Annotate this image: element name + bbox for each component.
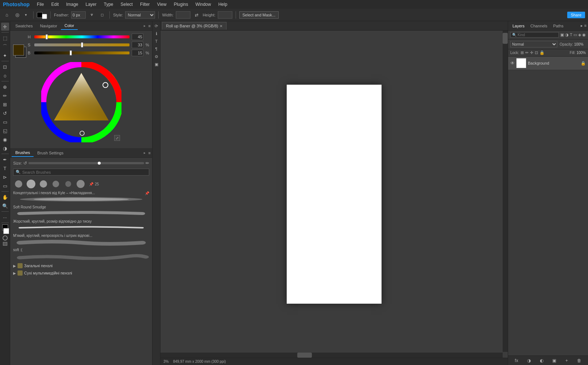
brush-folder-2[interactable]: ▶ Сухі мультимедійні пензлі: [13, 269, 149, 277]
brush-edit-icon[interactable]: ✏: [146, 161, 149, 166]
brushes-panel-menu[interactable]: ≡: [148, 151, 151, 155]
menu-view[interactable]: View: [156, 1, 168, 8]
brush-item-2[interactable]: Soft Round Smudge: [13, 205, 149, 217]
saturation-slider[interactable]: [34, 43, 129, 46]
filter-shape-icon[interactable]: ▭: [573, 32, 577, 37]
color-wheel[interactable]: ⤢: [41, 62, 121, 142]
lock-transparent-icon[interactable]: ⊞: [521, 50, 524, 55]
side-paragraph-icon[interactable]: ¶: [153, 46, 160, 52]
width-input[interactable]: [176, 11, 190, 19]
filter-pixel-icon[interactable]: ▣: [560, 32, 564, 37]
color-wheel-expand[interactable]: ⤢: [114, 135, 120, 141]
side-info-icon[interactable]: ℹ: [153, 30, 160, 37]
stamp-tool[interactable]: ⊞: [1, 100, 9, 108]
tab-color[interactable]: Color: [61, 22, 78, 30]
brush-preset-3[interactable]: [38, 178, 49, 189]
marquee-dropdown-icon[interactable]: ▼: [22, 11, 30, 19]
menu-select[interactable]: Select: [119, 1, 134, 8]
height-input[interactable]: [218, 11, 232, 19]
side-text-icon[interactable]: T: [153, 38, 160, 45]
brush-reset-icon[interactable]: ↺: [23, 161, 27, 166]
move-tool[interactable]: ✛: [1, 23, 9, 31]
brush-preset-pin[interactable]: 📌: [89, 182, 93, 186]
brightness-thumb[interactable]: [70, 50, 72, 55]
group-icon[interactable]: ▣: [552, 358, 556, 363]
menu-file[interactable]: File: [35, 1, 45, 8]
lock-all-icon[interactable]: 🔒: [539, 50, 545, 55]
lock-paint-icon[interactable]: ✏: [525, 50, 529, 55]
brush-preset-1[interactable]: [13, 178, 24, 189]
brush-pin-1[interactable]: 📌: [145, 191, 149, 195]
dodge-tool[interactable]: ◑: [1, 144, 9, 152]
eraser-tool[interactable]: ▭: [1, 118, 9, 126]
pen-tool[interactable]: ✒: [1, 155, 9, 164]
feather-icon[interactable]: ⛛: [88, 11, 96, 19]
brush-preset-5[interactable]: [63, 178, 74, 189]
select-mask-button[interactable]: Select and Mask...: [239, 11, 279, 19]
layer-visibility-icon[interactable]: 👁: [510, 61, 515, 66]
layers-panel-menu[interactable]: ≡: [584, 23, 587, 28]
share-button[interactable]: Share: [567, 12, 585, 18]
mask-icon[interactable]: ◑: [527, 358, 531, 363]
heal-tool[interactable]: ⊕: [1, 83, 9, 91]
menu-help[interactable]: Help: [217, 1, 229, 8]
brush-preset-4[interactable]: [50, 178, 61, 189]
filter-smart-icon[interactable]: ◈: [578, 32, 581, 37]
side-mask-icon[interactable]: ▣: [153, 61, 160, 68]
side-rotate-icon[interactable]: ⟳: [153, 23, 160, 29]
marquee-tool[interactable]: ⬚: [1, 34, 9, 42]
brush-size-slider[interactable]: [28, 162, 144, 164]
tab-channels[interactable]: Channels: [527, 22, 550, 30]
layers-panel-collapse[interactable]: ▸: [581, 23, 583, 28]
fill-value[interactable]: 100%: [576, 51, 586, 55]
brush-item-4[interactable]: М'який, круглий, непрозорість і штрих ві…: [13, 234, 149, 246]
brightness-input[interactable]: [132, 50, 143, 56]
canvas-tab-1[interactable]: Roll up Baner @ 3% (RGB/8) ✕: [162, 22, 227, 30]
tab-layers[interactable]: Layers: [510, 22, 527, 30]
blend-mode-select[interactable]: Normal: [510, 41, 557, 47]
menu-filter[interactable]: Filter: [139, 1, 151, 8]
lasso-tool[interactable]: ⌒: [1, 43, 9, 51]
menu-plugins[interactable]: Plugins: [172, 1, 189, 8]
tab-paths[interactable]: Paths: [550, 22, 566, 30]
canvas-scrollbar-vertical[interactable]: [503, 31, 508, 352]
brush-tool[interactable]: ✏: [1, 92, 9, 100]
canvas-scrollbar-horizontal[interactable]: [160, 353, 503, 358]
brushes-panel-collapse[interactable]: ▸: [143, 151, 147, 155]
canvas-tab-close[interactable]: ✕: [220, 24, 223, 28]
fx-icon[interactable]: fx: [515, 358, 518, 363]
opacity-value[interactable]: 100%: [574, 42, 586, 46]
filter-toggle[interactable]: ◉: [582, 32, 586, 37]
quick-mask-icon[interactable]: [3, 235, 8, 241]
saturation-thumb[interactable]: [81, 42, 83, 47]
type-tool[interactable]: T: [1, 164, 9, 172]
background-square-icon[interactable]: [42, 14, 47, 19]
tab-swatches[interactable]: Swatches: [12, 22, 36, 30]
brightness-slider[interactable]: [34, 51, 129, 54]
color-panel-collapse[interactable]: ▸: [143, 24, 147, 28]
delete-layer-icon[interactable]: 🗑: [577, 358, 581, 363]
anti-alias-icon[interactable]: ◻: [98, 11, 106, 19]
tab-navigator[interactable]: Navigator: [36, 22, 61, 30]
hue-slider[interactable]: [34, 35, 129, 38]
foreground-color-swatch[interactable]: [13, 45, 24, 55]
history-brush-tool[interactable]: ↺: [1, 109, 9, 117]
adjustment-icon[interactable]: ◐: [540, 358, 543, 363]
hand-tool[interactable]: ✋: [1, 193, 9, 201]
filter-type-icon[interactable]: T: [570, 32, 572, 37]
menu-image[interactable]: Image: [65, 1, 80, 8]
brush-folder-1[interactable]: ▶ Загальні пензлі: [13, 262, 149, 269]
magic-wand-tool[interactable]: ✦: [1, 51, 9, 59]
lock-move-icon[interactable]: ✛: [530, 50, 533, 55]
lock-artboard-icon[interactable]: ⊡: [535, 50, 538, 55]
hue-input[interactable]: [132, 34, 143, 40]
brush-item-5[interactable]: soft :(: [13, 248, 149, 260]
layer-item-background[interactable]: 👁 Background 🔒: [508, 57, 588, 70]
gradient-tool[interactable]: ◱: [1, 127, 9, 135]
side-adjust-icon[interactable]: ⚙: [153, 53, 160, 60]
extra-tool[interactable]: ···: [1, 213, 9, 221]
menu-type[interactable]: Type: [102, 1, 115, 8]
menu-edit[interactable]: Edit: [50, 1, 60, 8]
path-select-tool[interactable]: ⊳: [1, 173, 9, 181]
menu-window[interactable]: Window: [194, 1, 213, 8]
